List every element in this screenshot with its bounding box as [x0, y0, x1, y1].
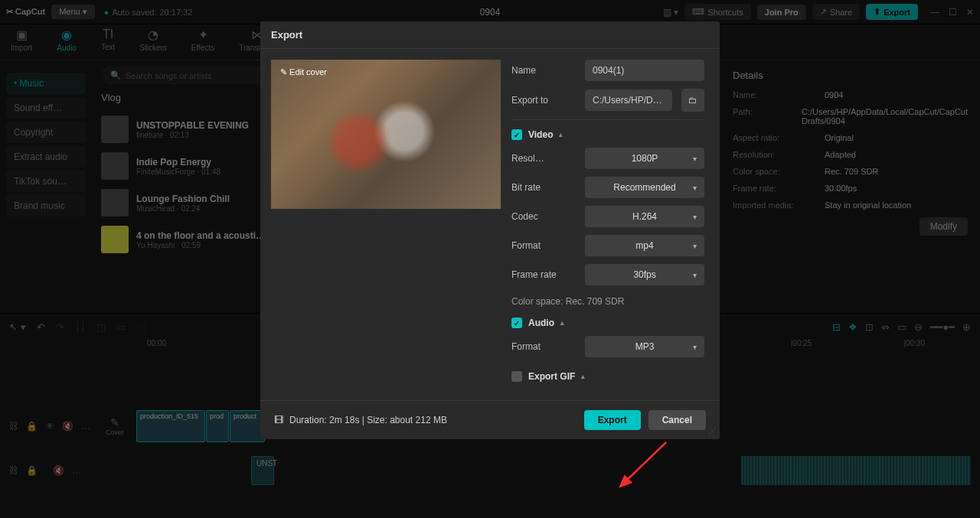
export-to-label: Export to: [511, 95, 576, 106]
resize-handle-icon[interactable]: ⋰: [708, 426, 717, 436]
colorspace-text: Color space: Rec. 709 SDR: [511, 296, 704, 307]
browse-folder-button[interactable]: 🗀: [681, 89, 704, 112]
folder-icon: 🗀: [688, 95, 697, 106]
modal-title: Export: [260, 21, 720, 49]
audio-format-select[interactable]: MP3: [585, 336, 704, 357]
annotation-arrow: [612, 435, 674, 496]
modal-overlay: Export ✎ Edit cover Name 0904(1) Export …: [0, 0, 980, 518]
codec-select[interactable]: H.264: [585, 206, 704, 227]
format-select[interactable]: mp4: [585, 235, 704, 256]
edit-cover-button[interactable]: ✎ Edit cover: [280, 67, 327, 77]
gif-section-toggle[interactable]: Export GIF ▴: [511, 371, 704, 382]
bitrate-select[interactable]: Recommended: [585, 177, 704, 198]
checkbox-icon: [511, 371, 522, 382]
film-icon: 🎞: [274, 415, 283, 425]
resolution-select[interactable]: 1080P: [585, 148, 704, 169]
collapse-icon: ▴: [560, 319, 564, 327]
name-label: Name: [511, 65, 576, 76]
collapse-icon: ▴: [559, 131, 563, 138]
svg-line-0: [620, 442, 666, 487]
export-modal: Export ✎ Edit cover Name 0904(1) Export …: [260, 21, 720, 439]
export-to-input[interactable]: C:/Users/HP/Downlo…: [585, 90, 672, 111]
name-input[interactable]: 0904(1): [585, 60, 704, 81]
export-info: 🎞 Duration: 2m 18s | Size: about 212 MB: [274, 415, 447, 425]
checkbox-icon: ✓: [511, 318, 522, 328]
video-section-toggle[interactable]: ✓ Video ▴: [511, 129, 704, 140]
export-button[interactable]: Export: [584, 410, 641, 430]
framerate-select[interactable]: 30fps: [585, 264, 704, 285]
audio-section-toggle[interactable]: ✓ Audio ▴: [511, 318, 704, 328]
cancel-button[interactable]: Cancel: [648, 410, 706, 430]
collapse-icon: ▴: [581, 373, 585, 380]
export-preview: ✎ Edit cover: [271, 60, 501, 209]
checkbox-icon: ✓: [511, 129, 522, 140]
